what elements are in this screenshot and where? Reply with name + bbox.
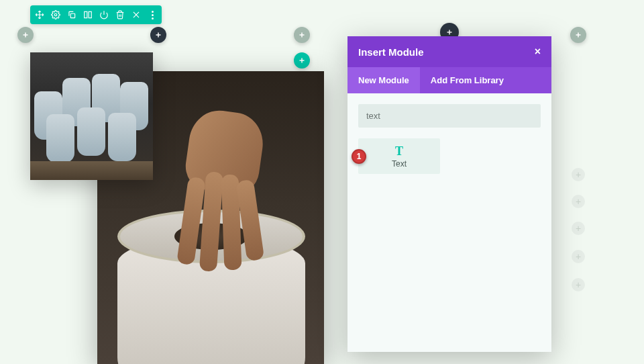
insert-module-modal: Insert Module × New Module Add From Libr…	[347, 36, 551, 352]
tab-add-from-library[interactable]: Add From Library	[420, 67, 515, 93]
close-icon[interactable]	[131, 9, 142, 20]
text-icon: T	[358, 145, 440, 157]
callout-badge: 1	[352, 149, 366, 164]
move-icon[interactable]	[34, 9, 45, 20]
add-ghost-button[interactable]: +	[572, 250, 585, 263]
add-button[interactable]	[294, 52, 310, 69]
add-ghost-button[interactable]: +	[572, 222, 585, 235]
svg-rect-1	[70, 13, 74, 17]
image-cups[interactable]	[30, 52, 153, 180]
gear-icon[interactable]	[50, 9, 61, 20]
power-icon[interactable]	[99, 9, 109, 20]
duplicate-icon[interactable]	[66, 9, 77, 20]
close-icon[interactable]: ×	[535, 46, 541, 58]
module-item-label: Text	[358, 159, 440, 169]
svg-rect-3	[89, 11, 91, 17]
add-button[interactable]	[570, 27, 586, 43]
modal-body: 1 T Text	[347, 93, 551, 185]
modal-title: Insert Module	[358, 46, 424, 58]
add-ghost-button[interactable]: +	[572, 168, 585, 181]
add-button[interactable]	[294, 27, 310, 43]
add-button[interactable]	[17, 27, 34, 43]
modal-tabs: New Module Add From Library	[347, 67, 551, 93]
svg-rect-2	[85, 11, 87, 17]
add-button[interactable]	[150, 27, 166, 43]
tab-new-module[interactable]: New Module	[347, 67, 420, 93]
add-ghost-button[interactable]: +	[572, 195, 585, 208]
more-icon[interactable]	[147, 9, 158, 20]
module-item-text[interactable]: 1 T Text	[358, 138, 440, 174]
section-toolbar	[30, 5, 162, 24]
columns-icon[interactable]	[83, 9, 93, 20]
module-search-input[interactable]	[358, 104, 541, 128]
trash-icon[interactable]	[115, 9, 125, 20]
modal-header: Insert Module ×	[347, 36, 551, 67]
svg-point-0	[54, 13, 57, 16]
add-ghost-button[interactable]: +	[572, 278, 585, 291]
